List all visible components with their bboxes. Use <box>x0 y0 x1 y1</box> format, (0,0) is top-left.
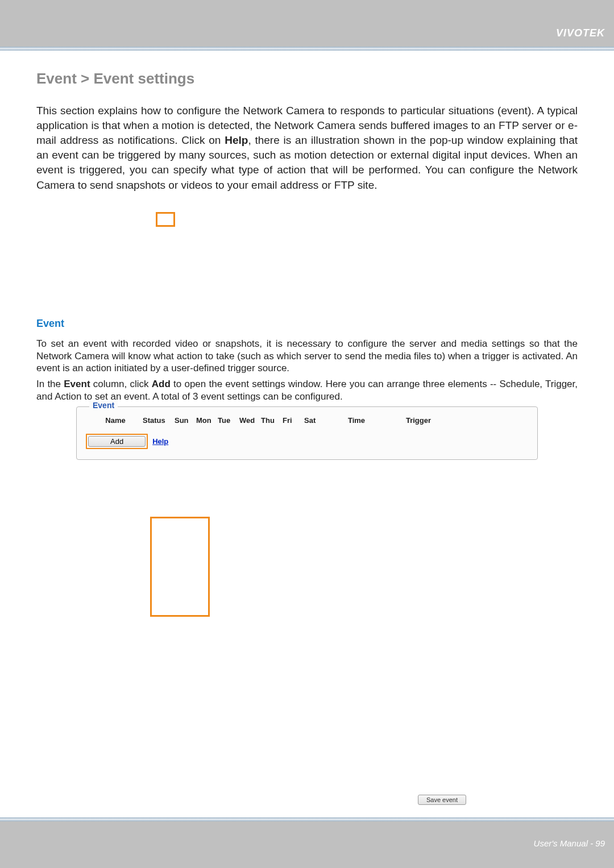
divider-top <box>0 47 614 51</box>
divider-bottom <box>0 817 614 821</box>
col-thu: Thu <box>261 416 283 425</box>
col-trigger: Trigger <box>387 416 450 425</box>
ep2-event-bold: Event <box>64 379 90 389</box>
intro-paragraph: This section explains how to configure t… <box>36 103 578 193</box>
help-link[interactable]: Help <box>152 437 168 446</box>
section-heading-event: Event <box>36 318 578 330</box>
ep2-add-bold: Add <box>152 379 171 389</box>
col-mon: Mon <box>196 416 218 425</box>
ep2a: In the <box>36 379 64 389</box>
event-fieldset: Event Name Status Sun Mon Tue Wed Thu Fr… <box>76 406 538 460</box>
brand-logo: VIVOTEK <box>556 27 605 39</box>
header-bar: VIVOTEK <box>0 0 614 47</box>
add-button-highlight: Add <box>86 434 148 449</box>
col-status: Status <box>143 416 175 425</box>
footer-text: User's Manual - 99 <box>534 838 605 848</box>
col-fri: Fri <box>283 416 304 425</box>
event-legend: Event <box>89 401 118 410</box>
event-paragraph-2: In the Event column, click Add to open t… <box>36 378 578 403</box>
highlight-box-large <box>150 517 210 617</box>
col-wed: Wed <box>239 416 261 425</box>
col-time: Time <box>326 416 387 425</box>
footer-bar: User's Manual - 99 <box>0 821 614 868</box>
event-paragraph-1: To set an event with recorded video or s… <box>36 338 578 375</box>
col-tue: Tue <box>218 416 239 425</box>
save-event-button[interactable]: Save event <box>418 795 466 805</box>
ep2b: column, click <box>90 379 152 389</box>
event-controls-row: Add Help <box>86 434 528 449</box>
col-sat: Sat <box>304 416 326 425</box>
col-sun: Sun <box>175 416 196 425</box>
highlight-box-small <box>156 212 175 227</box>
col-name: Name <box>88 416 143 425</box>
add-button[interactable]: Add <box>88 436 146 447</box>
intro-help-bold: Help <box>225 134 248 146</box>
page-content: Event > Event settings This section expl… <box>0 51 614 818</box>
page-title: Event > Event settings <box>36 70 578 88</box>
event-table-header: Name Status Sun Mon Tue Wed Thu Fri Sat … <box>86 413 528 434</box>
